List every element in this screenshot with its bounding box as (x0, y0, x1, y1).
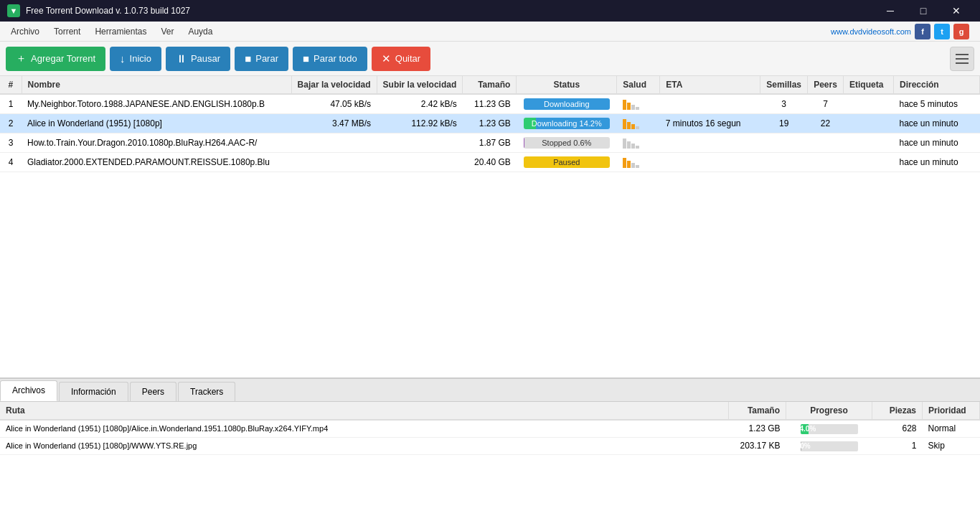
cell-peers: 22 (808, 114, 844, 133)
progress-bar: 0.0% (801, 441, 858, 451)
cell-seeds (760, 133, 808, 153)
menu-ver[interactable]: Ver (154, 24, 181, 39)
col-header-size[interactable]: Tamaño (463, 76, 517, 94)
col-header-name[interactable]: Nombre (22, 76, 291, 94)
col-header-up-speed[interactable]: Subir la velocidad (377, 76, 463, 94)
torrent-list: 1 My.Neighbor.Totoro.1988.JAPANESE.AND.E… (0, 94, 980, 172)
cell-status: Stopped 0.6% (517, 133, 617, 153)
cell-eta (660, 133, 760, 153)
file-progress: 0.0% (786, 437, 872, 454)
file-path: Alice in Wonderland (1951) [1080p]/WWW.Y… (0, 437, 729, 454)
cell-up-speed (377, 153, 463, 172)
cell-health (617, 153, 660, 172)
quit-button[interactable]: ✕ Quitar (372, 47, 430, 71)
tab-informacion[interactable]: Información (59, 382, 128, 401)
cell-label (844, 153, 894, 172)
tab-peers[interactable]: Peers (130, 382, 176, 401)
progress-label: 0.0% (801, 442, 811, 450)
add-torrent-label: Agregar Torrent (31, 53, 95, 64)
tab-trackers[interactable]: Trackers (178, 382, 235, 401)
cell-seeds: 3 (760, 94, 808, 114)
col-header-dir[interactable]: Dirección (894, 76, 980, 94)
menu-archivo[interactable]: Archivo (4, 24, 47, 39)
file-pieces: 1 (872, 437, 923, 454)
menu-herramientas[interactable]: Herramientas (88, 24, 154, 39)
tabs-bar: Archivos Información Peers Trackers (0, 379, 980, 402)
stop-all-icon: ■ (303, 52, 309, 65)
cell-name: How.to.Train.Your.Dragon.2010.1080p.BluR… (22, 133, 291, 153)
cell-label (844, 133, 894, 153)
files-col-pieces: Piezas (872, 402, 923, 420)
table-row[interactable]: 3 How.to.Train.Your.Dragon.2010.1080p.Bl… (0, 133, 980, 153)
cell-num: 4 (0, 153, 22, 172)
cell-up-speed: 112.92 kB/s (377, 114, 463, 133)
cell-num: 1 (0, 94, 22, 114)
col-header-eta[interactable]: ETA (660, 76, 760, 94)
status-badge: Stopped 0.6% (524, 137, 610, 149)
menu-right: www.dvdvideosoft.com f t g (831, 24, 976, 39)
menu-torrent[interactable]: Torrent (47, 24, 88, 39)
add-torrent-button[interactable]: ＋ Agregar Torrent (6, 47, 105, 71)
cell-status: Downloading (517, 94, 617, 114)
files-col-path: Ruta (0, 402, 729, 420)
progress-fill: 14.0% (801, 424, 809, 434)
table-row[interactable]: 1 My.Neighbor.Totoro.1988.JAPANESE.AND.E… (0, 94, 980, 114)
toolbar: ＋ Agregar Torrent ↓ Inicio ⏸ Pausar ■ Pa… (0, 42, 980, 76)
table-row[interactable]: 4 Gladiator.2000.EXTENDED.PARAMOUNT.REIS… (0, 153, 980, 172)
cell-health (617, 94, 660, 114)
col-header-health[interactable]: Salud (617, 76, 660, 94)
file-row: Alice in Wonderland (1951) [1080p]/WWW.Y… (0, 437, 980, 454)
main-content: # Nombre Bajar la velocidad Subir la vel… (0, 76, 980, 521)
cell-dir: hace un minuto (894, 153, 980, 172)
file-size: 203.17 KB (729, 437, 786, 454)
cell-name: Gladiator.2000.EXTENDED.PARAMOUNT.REISSU… (22, 153, 291, 172)
cell-down-speed: 3.47 MB/s (291, 114, 377, 133)
facebook-button[interactable]: f (915, 24, 930, 39)
start-icon: ↓ (120, 52, 126, 65)
maximize-button[interactable]: □ (907, 0, 940, 22)
plus-icon: ＋ (16, 52, 27, 65)
table-row[interactable]: 2 Alice in Wonderland (1951) [1080p] 3.4… (0, 114, 980, 133)
google-button[interactable]: g (953, 24, 969, 39)
col-header-down-speed[interactable]: Bajar la velocidad (291, 76, 377, 94)
twitter-button[interactable]: t (934, 24, 950, 39)
progress-label: 14.0% (801, 425, 816, 433)
stop-all-button[interactable]: ■ Parar todo (293, 47, 367, 71)
hamburger-line-1 (956, 54, 969, 55)
cell-status: Paused (517, 153, 617, 172)
hamburger-line-2 (956, 58, 969, 60)
file-priority: Skip (923, 437, 980, 454)
pause-button[interactable]: ⏸ Pausar (166, 47, 230, 71)
pause-icon: ⏸ (176, 52, 187, 65)
torrent-table: # Nombre Bajar la velocidad Subir la vel… (0, 76, 980, 172)
tab-archivos[interactable]: Archivos (0, 380, 57, 401)
cell-eta (660, 94, 760, 114)
col-header-seeds[interactable]: Semillas (760, 76, 808, 94)
cell-seeds (760, 153, 808, 172)
cell-size: 1.23 GB (463, 114, 517, 133)
files-col-size: Tamaño (729, 402, 786, 420)
hamburger-line-3 (956, 62, 969, 64)
app-title: Free Torrent Download v. 1.0.73 build 10… (26, 6, 874, 16)
close-button[interactable]: ✕ (940, 0, 973, 22)
website-link[interactable]: www.dvdvideosoft.com (831, 27, 911, 36)
cell-label (844, 94, 894, 114)
minimize-button[interactable]: ─ (874, 0, 907, 22)
stop-button[interactable]: ■ Parar (235, 47, 288, 71)
cell-health (617, 114, 660, 133)
col-header-status[interactable]: Status (517, 76, 617, 94)
status-badge: Downloading (524, 98, 610, 110)
hamburger-menu-button[interactable] (950, 47, 974, 71)
files-col-priority: Prioridad (923, 402, 980, 420)
cell-down-speed (291, 133, 377, 153)
cell-name: Alice in Wonderland (1951) [1080p] (22, 114, 291, 133)
col-header-peers[interactable]: Peers (808, 76, 844, 94)
start-button[interactable]: ↓ Inicio (110, 47, 161, 71)
pause-label: Pausar (191, 53, 220, 64)
cell-size: 11.23 GB (463, 94, 517, 114)
file-priority: Normal (923, 420, 980, 437)
menu-auyda[interactable]: Auyda (181, 24, 220, 39)
file-size: 1.23 GB (729, 420, 786, 437)
stop-icon: ■ (245, 52, 251, 65)
col-header-label[interactable]: Etiqueta (844, 76, 894, 94)
